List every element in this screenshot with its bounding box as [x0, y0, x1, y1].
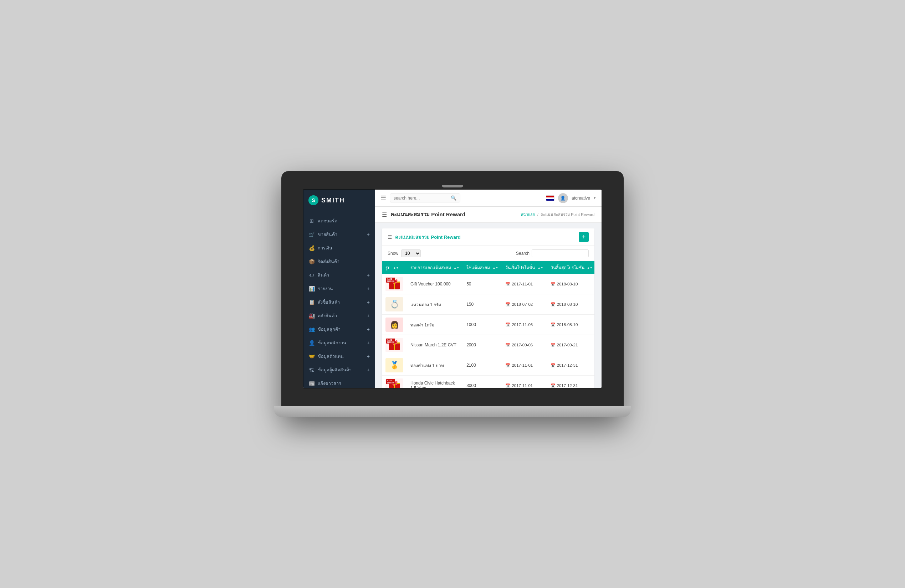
search-icon: 🔍: [451, 195, 456, 201]
cell-start-date: 📅 2017-11-06: [502, 315, 547, 335]
calendar-icon: 📅: [505, 363, 510, 368]
breadcrumb-home[interactable]: หน้าแรก: [521, 211, 535, 218]
calendar-icon: 📅: [505, 343, 510, 347]
sidebar-item-warehouse[interactable]: 🏭 คลังสินค้า +: [303, 309, 375, 323]
cell-points: 150: [463, 294, 502, 315]
expand-icon: +: [367, 340, 370, 346]
sort-arrows-image[interactable]: ▲▼: [393, 266, 399, 269]
sidebar-item-label: ข้อมูลตัวแทน: [318, 353, 344, 360]
sidebar-item-dashboard[interactable]: ⊞ แดชบอร์ด: [303, 214, 375, 228]
cell-name: Gift Voucher 100,000: [407, 274, 463, 294]
add-reward-button[interactable]: +: [579, 232, 589, 242]
cell-end-date: 📅 2018-08-10: [547, 315, 594, 335]
calendar-icon: 📅: [551, 384, 556, 388]
shipping-icon: 📦: [308, 258, 315, 265]
cell-points: 2100: [463, 355, 502, 376]
sidebar-item-label: สินค้า: [318, 271, 329, 279]
sidebar-item-news[interactable]: 📰 แจ้งข่าวสาร: [303, 377, 375, 388]
sidebar-menu: ⊞ แดชบอร์ด 🛒 ขายสินค้า + 💰 การเงิน: [303, 211, 375, 388]
cell-end-date: 📅 2018-08-10: [547, 274, 594, 294]
sort-arrows-start[interactable]: ▲▼: [538, 266, 543, 269]
sidebar-item-agent[interactable]: 🤝 ข้อมูลตัวแทน +: [303, 350, 375, 363]
show-label: Show: [387, 251, 398, 256]
sidebar-logo: S SMITH: [303, 190, 375, 211]
news-icon: 📰: [308, 380, 315, 387]
expand-icon: +: [367, 353, 370, 359]
sidebar-item-purchase[interactable]: 📋 สั่งซื้อสินค้า +: [303, 295, 375, 309]
col-points: ใช้แต้มสะสม ▲▼: [463, 261, 502, 274]
cell-end-date: 📅 2017-12-31: [547, 376, 594, 388]
sidebar-item-report[interactable]: 📊 รายงาน +: [303, 282, 375, 295]
sidebar-item-shipping[interactable]: 📦 จัดส่งสินค้า: [303, 255, 375, 268]
sidebar-item-employee[interactable]: 👤 ข้อมูลพนักงาน +: [303, 336, 375, 350]
sidebar-item-product[interactable]: 🏷 สินค้า +: [303, 268, 375, 282]
expand-icon: +: [367, 231, 370, 237]
cell-end-date: 📅 2018-08-10: [547, 294, 594, 315]
cell-start-date: 📅 2017-09-06: [502, 335, 547, 355]
show-entries: Show 10 25 50 100: [387, 249, 421, 257]
table-search-input[interactable]: [532, 249, 589, 257]
card-title: คะแนนสะสมรวม Point Reward: [395, 233, 461, 241]
agent-icon: 🤝: [308, 353, 315, 360]
expand-icon: +: [367, 313, 370, 319]
expand-icon: +: [367, 272, 370, 278]
warehouse-icon: 🏭: [308, 312, 315, 319]
end-date-value: 2018-08-10: [557, 323, 578, 327]
card-header-icon: ☰: [387, 234, 392, 240]
page-title-area: ☰ คะแนนสะสมรวม Point Reward: [382, 210, 465, 219]
employee-icon: 👤: [308, 340, 315, 346]
cell-end-date: 📅 2017-09-21: [547, 335, 594, 355]
sort-arrows-name[interactable]: ▲▼: [454, 266, 459, 269]
calendar-icon: 📅: [551, 302, 556, 307]
end-date-value: 2018-08-10: [557, 282, 578, 286]
end-date-value: 2017-12-31: [557, 363, 578, 368]
calendar-icon: 📅: [505, 323, 510, 327]
table-row: 🎀 MAKE$100,000 Honda Civic Hatchback 1.5…: [382, 376, 594, 388]
cell-name: Nissan March 1.2E CVT: [407, 335, 463, 355]
search-input[interactable]: [394, 196, 451, 201]
sidebar-item-label: แดชบอร์ด: [318, 217, 337, 225]
manufacturer-icon: 🏗: [308, 367, 315, 373]
page-title: คะแนนสะสมรวม Point Reward: [391, 210, 465, 219]
avatar: 👤: [558, 193, 568, 203]
sort-arrows-points[interactable]: ▲▼: [493, 266, 499, 269]
sidebar-item-label: สั่งซื้อสินค้า: [318, 299, 340, 306]
sidebar-item-manufacturer[interactable]: 🏗 ข้อมูลผู้ผลิตสินค้า +: [303, 363, 375, 377]
sidebar-item-label: การเงิน: [318, 244, 332, 252]
table-controls: Show 10 25 50 100 Search: [382, 246, 594, 261]
start-date-value: 2018-07-02: [512, 302, 533, 306]
product-icon: 🏷: [308, 272, 315, 278]
start-date-value: 2017-11-01: [512, 282, 533, 286]
content-area: ☰ คะแนนสะสมรวม Point Reward + Show 10 25: [375, 223, 602, 388]
sidebar-item-finance[interactable]: 💰 การเงิน: [303, 241, 375, 255]
cell-points: 1000: [463, 315, 502, 335]
calendar-icon: 📅: [551, 363, 556, 368]
expand-icon: +: [367, 286, 370, 292]
sidebar-item-label: คลังสินค้า: [318, 312, 337, 319]
calendar-icon: 📅: [505, 282, 510, 287]
table-row: 🎀 MAKE$100,000 Nissan March 1.2E CVT 200…: [382, 335, 594, 355]
sidebar-item-sell[interactable]: 🛒 ขายสินค้า +: [303, 228, 375, 241]
calendar-icon: 📅: [505, 302, 510, 307]
sidebar-item-label: ข้อมูลพนักงาน: [318, 339, 346, 346]
laptop-notch: [442, 185, 463, 187]
calendar-icon: 📅: [505, 384, 510, 388]
breadcrumb-current: คะแนนสะสมรวม Point Reward: [541, 211, 594, 218]
logo-text: SMITH: [321, 197, 345, 204]
sort-arrows-end[interactable]: ▲▼: [587, 266, 593, 269]
hamburger-icon[interactable]: ☰: [381, 194, 386, 202]
table-row: 🎀 MAKE$100,000 Gift Voucher 100,000 50 📅…: [382, 274, 594, 294]
laptop-wrapper: S SMITH ⊞ แดชบอร์ด 🛒 ขายสินค้า +: [281, 171, 624, 417]
entries-select[interactable]: 10 25 50 100: [401, 249, 421, 257]
topnav: ☰ 🔍 👤 atcreative ▾: [375, 190, 602, 207]
report-icon: 📊: [308, 285, 315, 292]
user-dropdown-icon[interactable]: ▾: [594, 196, 596, 200]
start-date-value: 2017-09-06: [512, 343, 533, 347]
table-row: 👩 ทองคำ 1กรัม 1000 📅 2017-11-06 📅 2018-0…: [382, 315, 594, 335]
logo-icon: S: [308, 195, 318, 205]
sell-icon: 🛒: [308, 231, 315, 238]
sidebar-item-customer[interactable]: 👥 ข้อมูลลูกค้า +: [303, 323, 375, 336]
col-end-date: วันสิ้นสุดโปรโมชั่น ▲▼: [547, 261, 594, 274]
customer-icon: 👥: [308, 326, 315, 333]
expand-icon: +: [367, 300, 370, 305]
